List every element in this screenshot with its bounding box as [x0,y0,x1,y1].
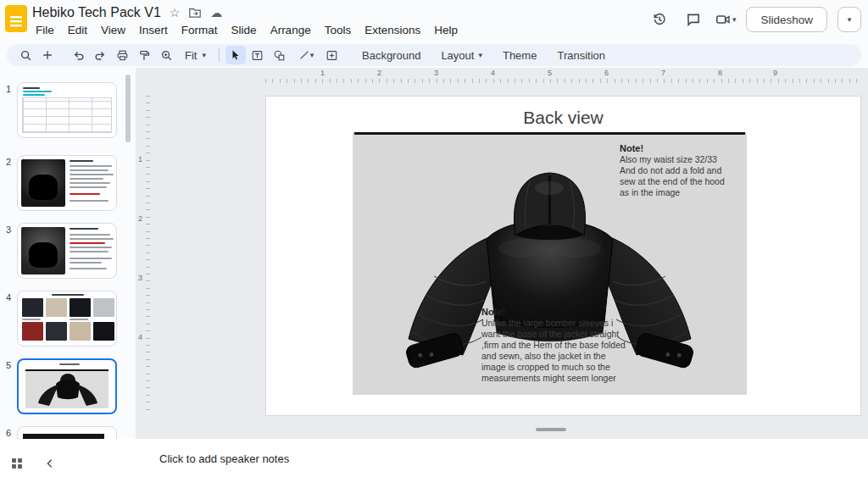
ruler-number: 1 [138,155,142,164]
ruler-number: 3 [434,69,438,77]
line-tool-button[interactable]: ▾ [292,46,320,64]
redo-button[interactable] [90,46,110,64]
print-button[interactable] [112,46,132,64]
filmstrip-scrollbar[interactable] [125,75,131,142]
print-icon [116,49,129,62]
slide-thumbnail-1[interactable] [17,82,117,138]
ruler-number: 4 [138,333,142,341]
menu-extensions[interactable]: Extensions [358,21,427,39]
comments-icon [686,12,701,27]
speaker-notes-placeholder[interactable]: Click to add speaker notes [159,452,289,465]
redo-icon [94,49,107,62]
thumb-text-line [52,294,84,296]
line-icon [298,49,310,61]
slide-image-block[interactable]: Note! Also my waist size 32/33 And do no… [353,132,747,395]
menu-tools[interactable]: Tools [318,21,359,39]
thumb-photo [93,298,114,317]
slide-thumbnail-5-selected[interactable] [17,358,117,414]
insert-placeholder-button[interactable] [322,46,342,64]
slide-thumbnail-3[interactable] [17,223,117,279]
layout-button[interactable]: Layout ▾ [431,49,492,62]
menu-arrange[interactable]: Arrange [264,21,318,39]
menu-help[interactable]: Help [427,21,465,39]
zoom-select[interactable]: Fit ▾ [178,49,213,62]
zoom-icon [160,49,173,62]
text-box-tool-button[interactable] [248,46,268,64]
thumb-text-line [70,169,108,171]
theme-button[interactable]: Theme [493,49,546,62]
menu-insert[interactable]: Insert [132,21,175,39]
thumb-photo [46,322,67,341]
thumb-text-line [70,193,100,195]
menu-format[interactable]: Format [175,21,225,39]
speaker-notes-resize-handle[interactable] [536,428,566,431]
thumb-text-line [70,228,98,230]
grid-view-icon[interactable] [10,457,24,470]
join-call-button[interactable]: ▾ [715,12,737,27]
select-tool-button[interactable] [225,46,246,64]
thumb-text-line [70,200,108,202]
cloud-status-icon[interactable]: ☁ [210,7,222,19]
new-slide-button[interactable] [37,46,58,64]
slide-thumbnail-2[interactable] [17,155,117,211]
annotation-note-1[interactable]: Note! Also my waist size 32/33 And do no… [620,143,745,198]
version-history-button[interactable] [648,8,671,31]
chevron-down-icon: ▾ [202,51,206,59]
undo-icon [72,49,85,62]
ruler-number: 5 [548,69,552,77]
slide-number: 1 [6,84,11,94]
slide-title[interactable]: Back view [266,108,860,128]
ruler-number: 3 [138,274,142,282]
slideshow-button[interactable]: Slideshow [746,7,827,32]
transition-button[interactable]: Transition [548,49,615,62]
menu-edit[interactable]: Edit [61,21,94,39]
thumb-text-line [70,234,110,236]
note-title: Note! [620,143,745,154]
ruler-ticks [146,96,150,416]
ruler-number: 9 [773,69,777,77]
undo-button[interactable] [68,46,88,64]
note-body: Unlike the large bomber sleeves i want t… [481,318,632,384]
slide-number: 3 [6,225,11,235]
thumb-text-line [70,178,103,180]
note-body: Also my waist size 32/33 And do not add … [620,154,745,198]
menu-file[interactable]: File [29,21,61,39]
document-title[interactable]: Hebiko Tech Pack V1 [32,5,161,20]
move-folder-icon[interactable] [188,6,202,19]
menu-view[interactable]: View [94,21,132,39]
menu-slide[interactable]: Slide [225,21,264,39]
google-slides-app: Hebiko Tech Pack V1 ☆ ☁ File Edit View I… [0,0,868,477]
thumb-table [22,97,112,133]
background-button[interactable]: Background [353,49,430,62]
slideshow-options-button[interactable]: ▾ [837,7,861,32]
thumb-text-line [70,186,107,188]
thumb-photo [93,322,114,341]
annotation-note-2[interactable]: Note! Unlike the large bomber sleeves i … [481,307,632,384]
comments-button[interactable] [682,8,705,31]
search-icon [19,49,32,62]
thumb-photo [70,298,91,317]
star-icon[interactable]: ☆ [170,7,181,19]
shape-tool-button[interactable] [270,46,290,64]
thumb-text-line [70,182,110,184]
ruler-number: 7 [661,69,665,77]
slide-thumbnail-4[interactable] [17,291,117,347]
ruler-number: 2 [138,214,142,223]
ruler-number: 6 [604,69,609,77]
top-bar: Hebiko Tech Pack V1 ☆ ☁ File Edit View I… [0,0,868,41]
slide-canvas-area[interactable]: 1 2 3 4 5 6 7 8 9 1 2 3 4 Back view [136,68,868,439]
current-slide[interactable]: Back view [265,96,861,416]
horizontal-ruler: 1 2 3 4 5 6 7 8 9 [136,68,868,85]
thumb-text-line [70,174,114,175]
thumb-text-line [22,319,41,320]
paint-format-button[interactable] [134,46,154,64]
shape-icon [273,49,286,62]
thumb-text-line [70,262,102,263]
paint-format-icon [138,49,151,62]
zoom-button[interactable] [156,46,176,64]
search-menus-button[interactable] [15,46,36,64]
thumb-jacket-image [21,159,65,207]
slides-logo-icon[interactable] [5,5,27,32]
ruler-number: 8 [718,69,722,77]
collapse-filmstrip-icon[interactable] [44,458,56,469]
